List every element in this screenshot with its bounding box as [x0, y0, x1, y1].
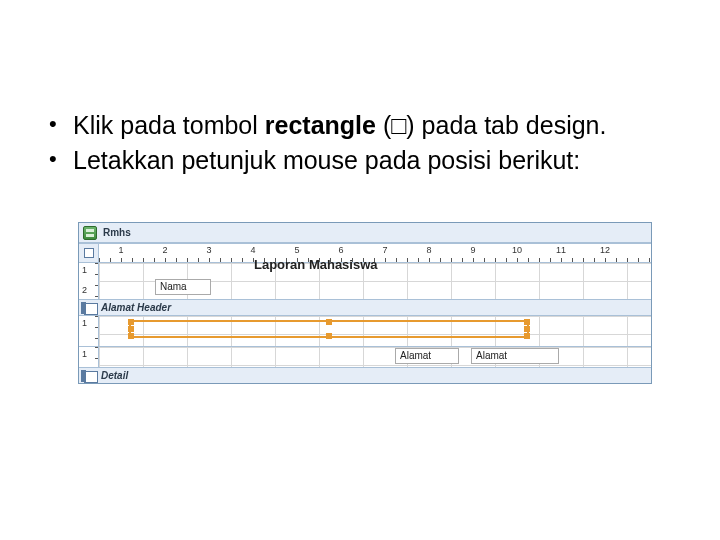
vertical-ruler-2[interactable]: 1 — [79, 316, 99, 346]
ruler-num: 5 — [275, 245, 319, 255]
resize-handle[interactable] — [128, 319, 134, 325]
v-ruler-num: 1 — [82, 265, 87, 275]
resize-handle[interactable] — [326, 319, 332, 325]
resize-handle[interactable] — [326, 333, 332, 339]
report-header-area[interactable]: Laporan Mahasiswa Nama — [99, 263, 651, 299]
ruler-num: 7 — [363, 245, 407, 255]
ruler-num: 11 — [539, 245, 583, 255]
bullet-1-suffix: (□) pada tab design. — [376, 111, 607, 139]
bullet-list: Klik pada tombol rectangle (□) pada tab … — [45, 110, 675, 177]
bullet-1: Klik pada tombol rectangle (□) pada tab … — [45, 110, 675, 141]
form-name: Rmhs — [103, 227, 131, 238]
alamat-label-right[interactable]: Alamat — [471, 348, 559, 364]
resize-handle[interactable] — [524, 333, 530, 339]
resize-handle[interactable] — [128, 326, 134, 332]
alamat-label-left[interactable]: Alamat — [395, 348, 459, 364]
form-icon — [83, 226, 97, 240]
ruler-num: 9 — [451, 245, 495, 255]
v-ruler-num: 2 — [82, 285, 87, 295]
select-all-corner[interactable] — [79, 244, 99, 262]
ruler-num: 4 — [231, 245, 275, 255]
section-bar-detail[interactable]: Detail — [79, 367, 651, 383]
resize-handle[interactable] — [524, 326, 530, 332]
rectangle-selection[interactable] — [129, 320, 529, 338]
resize-handle[interactable] — [524, 319, 530, 325]
ruler-num: 1 — [99, 245, 143, 255]
section-bar-alamat-header[interactable]: Alamat Header — [79, 299, 651, 315]
report-title-label[interactable]: Laporan Mahasiswa — [254, 257, 378, 272]
bullet-1-prefix: Klik pada tombol — [73, 111, 265, 139]
alamat-header-row: 1 — [79, 315, 651, 346]
v-ruler-num: 1 — [82, 318, 87, 328]
alamat-fields-row: 1 Alamat Alamat — [79, 346, 651, 367]
detail-text: Detail — [101, 370, 128, 381]
alamat-header-area[interactable] — [99, 316, 651, 346]
bullet-2: Letakkan petunjuk mouse pada posisi beri… — [45, 145, 675, 176]
alamat-header-text: Alamat Header — [101, 302, 171, 313]
ruler-num: 3 — [187, 245, 231, 255]
ruler-num: 8 — [407, 245, 451, 255]
v-ruler-num: 1 — [82, 349, 87, 359]
alamat-fields-area[interactable]: Alamat Alamat — [99, 347, 651, 367]
report-header-row: 1 2 Laporan Mahasiswa Nama — [79, 262, 651, 299]
vertical-ruler-1[interactable]: 1 2 — [79, 263, 99, 299]
ruler-num: 12 — [583, 245, 627, 255]
access-screenshot: Rmhs 1 2 3 4 5 6 7 8 9 10 11 12 1 2 — [78, 222, 652, 384]
vertical-ruler-3[interactable]: 1 — [79, 347, 99, 367]
ruler-num: 2 — [143, 245, 187, 255]
ruler-num: 6 — [319, 245, 363, 255]
bullet-1-bold: rectangle — [265, 111, 376, 139]
resize-handle[interactable] — [128, 333, 134, 339]
ruler-num: 10 — [495, 245, 539, 255]
form-tab[interactable]: Rmhs — [79, 223, 651, 243]
nama-label[interactable]: Nama — [155, 279, 211, 295]
slide-body: Klik pada tombol rectangle (□) pada tab … — [0, 0, 720, 177]
